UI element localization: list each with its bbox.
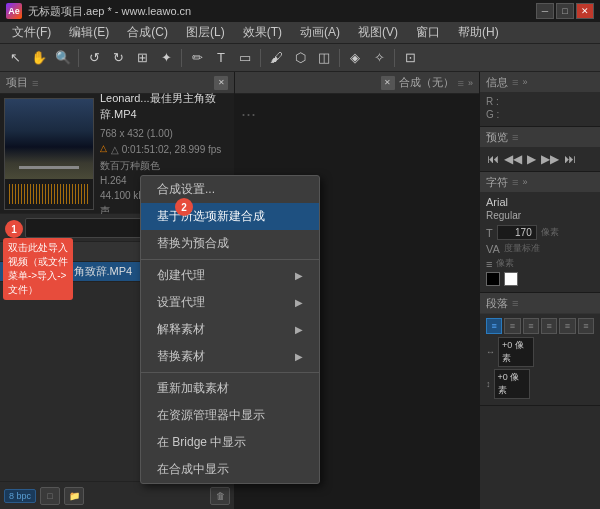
file-dimensions: 768 x 432 (1.00) [100, 126, 173, 141]
comp-panel-title: 合成（无） [399, 75, 454, 90]
new-comp-button[interactable]: □ [40, 487, 60, 505]
indent-value-2[interactable]: +0 像素 [494, 369, 530, 399]
rotate-left-tool[interactable]: ↺ [83, 47, 105, 69]
maximize-button[interactable]: □ [556, 3, 574, 19]
light-tool[interactable]: ✧ [368, 47, 390, 69]
toolbar: ↖ ✋ 🔍 ↺ ↻ ⊞ ✦ ✏ T ▭ 🖌 ⬡ ◫ ◈ ✧ ⊡ [0, 44, 600, 72]
project-panel-title: 项目 [6, 75, 28, 90]
ctx-create-proxy[interactable]: 创建代理 ▶ [141, 262, 319, 289]
comp-dots: ... [235, 94, 479, 127]
tool-separator-2 [181, 49, 182, 67]
paragraph-align-row: ≡ ≡ ≡ ≡ ≡ ≡ [486, 318, 594, 334]
menu-view[interactable]: 视图(V) [350, 22, 406, 43]
ctx-reload-footage[interactable]: 重新加载素材 [141, 375, 319, 402]
preview-forward-btn[interactable]: ▶▶ [540, 151, 560, 167]
minimize-button[interactable]: ─ [536, 3, 554, 19]
ctx-separator-2 [141, 372, 319, 373]
warning-icon: △ [100, 142, 107, 156]
menu-layer[interactable]: 图层(L) [178, 22, 233, 43]
info-row-g: G : [486, 109, 594, 120]
shape-tool[interactable]: ▭ [234, 47, 256, 69]
menu-file[interactable]: 文件(F) [4, 22, 59, 43]
align-center-btn[interactable]: ≡ [504, 318, 520, 334]
menu-help[interactable]: 帮助(H) [450, 22, 507, 43]
zoom-tool[interactable]: 🔍 [52, 47, 74, 69]
annotation-2-circle: 2 [175, 198, 193, 216]
menu-edit[interactable]: 编辑(E) [61, 22, 117, 43]
char-row-indent: ≡ 像素 [486, 257, 594, 270]
char-size-value[interactable]: 170 [497, 225, 537, 240]
ctx-replace-footage[interactable]: 替换素材 ▶ [141, 343, 319, 370]
ctx-set-proxy-label: 设置代理 [157, 294, 205, 311]
audio-waveform [9, 184, 89, 204]
info-header: 信息 ≡ » [480, 72, 600, 92]
project-close-btn[interactable]: ✕ [214, 76, 228, 90]
ctx-show-in-bridge[interactable]: 在 Bridge 中显示 [141, 429, 319, 456]
file-name: Leonard...最佳男主角致辞.MP4 [100, 90, 230, 123]
trash-button[interactable]: 🗑 [210, 487, 230, 505]
preview-play-btn[interactable]: ▶ [526, 151, 537, 167]
comp-eq-icon: ≡ [458, 77, 464, 89]
thumb-stage [19, 166, 79, 169]
text-tool[interactable]: T [210, 47, 232, 69]
char-stroke-color[interactable] [504, 272, 518, 286]
ctx-create-proxy-label: 创建代理 [157, 267, 205, 284]
preview-first-btn[interactable]: ⏮ [486, 151, 500, 167]
ctx-interpret-footage[interactable]: 解释素材 ▶ [141, 316, 319, 343]
align-justify-last-left-btn[interactable]: ≡ [541, 318, 557, 334]
file-duration: △ 0:01:51:02, 28.999 fps [111, 142, 221, 157]
menu-animation[interactable]: 动画(A) [292, 22, 348, 43]
stamp-tool[interactable]: ⬡ [289, 47, 311, 69]
tool-separator-5 [394, 49, 395, 67]
character-style: Regular [486, 210, 594, 221]
comp-close-btn[interactable]: ✕ [381, 76, 395, 90]
info-expand[interactable]: » [522, 77, 527, 87]
menu-effect[interactable]: 效果(T) [235, 22, 290, 43]
file-thumbnail [4, 98, 94, 210]
ctx-comp-settings[interactable]: 合成设置... [141, 176, 319, 203]
preview-last-btn[interactable]: ⏭ [563, 151, 577, 167]
rotate-right-tool[interactable]: ↻ [107, 47, 129, 69]
ctx-new-comp-from-selection[interactable]: 基于所选项新建合成 [141, 203, 319, 230]
eraser-tool[interactable]: ◫ [313, 47, 335, 69]
align-justify-btn[interactable]: ≡ [578, 318, 594, 334]
menu-window[interactable]: 窗口 [408, 22, 448, 43]
ctx-new-comp-label: 基于所选项新建合成 [157, 208, 265, 225]
project-footer: 8 bpc □ 📁 🗑 [0, 481, 234, 509]
right-panel: 信息 ≡ » R : G : 预览 ≡ ⏮ ◀◀ ▶ [480, 72, 600, 509]
ctx-precomp[interactable]: 替换为预合成 [141, 230, 319, 257]
transform-tool[interactable]: ⊞ [131, 47, 153, 69]
character-expand[interactable]: » [522, 177, 527, 187]
ctx-show-in-comp[interactable]: 在合成中显示 [141, 456, 319, 483]
align-right-btn[interactable]: ≡ [523, 318, 539, 334]
char-indent-icon: ≡ [486, 258, 492, 270]
ctx-set-proxy[interactable]: 设置代理 ▶ [141, 289, 319, 316]
info-r-label: R : [486, 96, 499, 107]
comp-expand-icon[interactable]: » [468, 78, 473, 88]
char-fill-color[interactable] [486, 272, 500, 286]
indent-value-1[interactable]: +0 像素 [498, 337, 534, 367]
preview-eq: ≡ [512, 131, 518, 143]
select-tool[interactable]: ↖ [4, 47, 26, 69]
menu-composition[interactable]: 合成(C) [119, 22, 176, 43]
align-tool[interactable]: ⊡ [399, 47, 421, 69]
ctx-separator-1 [141, 259, 319, 260]
preview-back-btn[interactable]: ◀◀ [503, 151, 523, 167]
pin-tool[interactable]: ✦ [155, 47, 177, 69]
paragraph-eq: ≡ [512, 297, 518, 309]
paragraph-title: 段落 [486, 296, 508, 311]
align-left-btn[interactable]: ≡ [486, 318, 502, 334]
hand-tool[interactable]: ✋ [28, 47, 50, 69]
ctx-show-in-explorer[interactable]: 在资源管理器中显示 [141, 402, 319, 429]
new-folder-button[interactable]: 📁 [64, 487, 84, 505]
preview-section: 预览 ≡ ⏮ ◀◀ ▶ ▶▶ ⏭ [480, 127, 600, 172]
annotation-1-text: 双击此处导入视频（或文件菜单->导入->文件） [3, 238, 73, 300]
info-row-r: R : [486, 96, 594, 107]
align-justify-last-center-btn[interactable]: ≡ [559, 318, 575, 334]
brush-tool[interactable]: 🖌 [265, 47, 287, 69]
camera-tool[interactable]: ◈ [344, 47, 366, 69]
thumb-audio [5, 179, 93, 209]
ctx-show-comp-label: 在合成中显示 [157, 461, 229, 478]
close-button[interactable]: ✕ [576, 3, 594, 19]
pen-tool[interactable]: ✏ [186, 47, 208, 69]
